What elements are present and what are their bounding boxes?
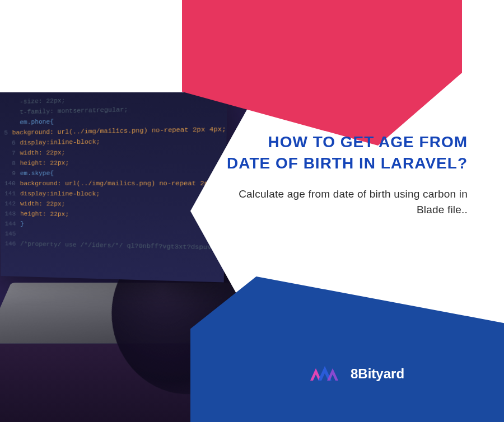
brand-logo-area: 8Bityard [308,360,404,387]
graphic-card: -size: 22px; t-family: montserratregular… [0,0,504,422]
brand-logo-icon [308,360,340,387]
subtitle-text: Calculate age from date of birth using c… [227,186,468,218]
text-content: HOW TO GET AGE FROM DATE OF BIRTH IN LAR… [227,132,468,218]
code-screen: -size: 22px; t-family: montserratregular… [0,92,227,282]
main-title: HOW TO GET AGE FROM DATE OF BIRTH IN LAR… [227,132,468,174]
brand-name: 8Bityard [351,366,404,382]
